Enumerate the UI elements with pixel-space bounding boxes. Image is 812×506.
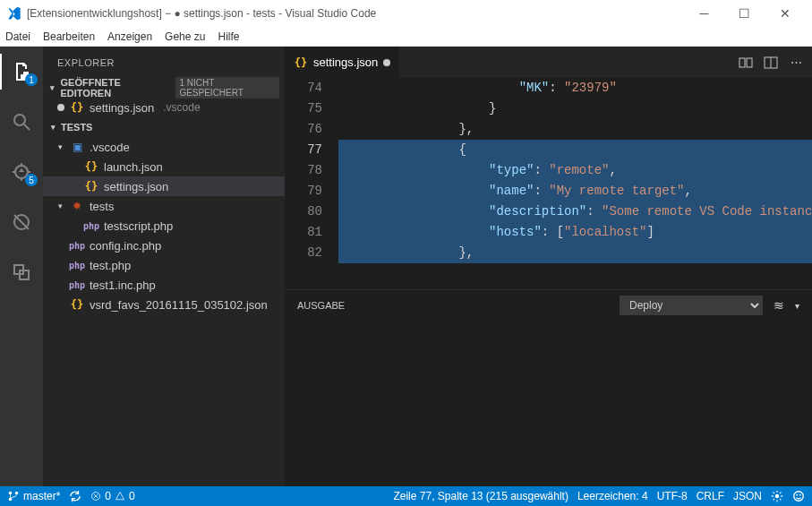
- status-language[interactable]: JSON: [733, 490, 762, 502]
- gear-icon: [771, 490, 783, 502]
- open-editor-entry[interactable]: {} settings.json .vscode: [43, 98, 285, 117]
- tree-file[interactable]: phptestscript.php: [43, 216, 285, 236]
- status-cursor-position[interactable]: Zeile 77, Spalte 13 (215 ausgewählt): [393, 490, 568, 502]
- line-number: 77: [285, 140, 322, 160]
- sync-icon: [69, 490, 81, 502]
- svg-point-0: [14, 115, 25, 125]
- tree-item-label: testscript.php: [104, 219, 173, 233]
- tree-file[interactable]: phpconfig.inc.php: [43, 236, 285, 255]
- json-icon: {}: [294, 56, 308, 70]
- open-editors-header[interactable]: ▾ GEÖFFNETE EDITOREN 1 NICHT GESPEICHERT: [43, 78, 285, 98]
- status-sync[interactable]: [69, 490, 81, 502]
- tree-item-label: test.php: [90, 259, 131, 272]
- status-eol[interactable]: CRLF: [697, 490, 724, 502]
- status-feedback-icon[interactable]: [792, 490, 805, 502]
- line-number: 76: [285, 119, 322, 140]
- compare-changes-icon[interactable]: [739, 56, 753, 70]
- open-editor-subdir: .vscode: [163, 101, 200, 114]
- activity-remote[interactable]: [0, 254, 43, 290]
- tree-file[interactable]: {}settings.json: [43, 176, 285, 196]
- svg-point-21: [775, 494, 779, 498]
- php-icon: php: [70, 238, 84, 253]
- bug-folder-icon: ✸: [70, 199, 84, 213]
- status-indentation[interactable]: Leerzeichen: 4: [577, 490, 648, 502]
- menu-view[interactable]: Anzeigen: [107, 30, 152, 43]
- menu-file[interactable]: Datei: [5, 30, 30, 43]
- php-icon: php: [70, 258, 84, 272]
- sidebar-title: EXPLORER: [43, 47, 285, 78]
- line-number: 79: [285, 181, 322, 202]
- tree-item-label: launch.json: [104, 160, 163, 174]
- json-icon: {}: [70, 100, 84, 115]
- code-editor[interactable]: 747576777879808182 "MK": "23979" } }, { …: [285, 78, 812, 289]
- output-channel-select[interactable]: Deploy: [620, 296, 763, 315]
- tree-folder[interactable]: ▾✸tests: [43, 196, 285, 216]
- search-icon: [11, 111, 32, 133]
- open-editors-label: GEÖFFNETE EDITOREN: [61, 77, 169, 99]
- status-git-branch[interactable]: master*: [7, 490, 60, 502]
- activity-search[interactable]: [0, 104, 43, 140]
- svg-line-1: [24, 124, 30, 130]
- minimize-button[interactable]: ─: [684, 0, 724, 27]
- php-icon: php: [70, 278, 84, 292]
- line-number-gutter: 747576777879808182: [285, 78, 338, 289]
- code-line[interactable]: "name": "My remote target",: [338, 181, 812, 202]
- svg-point-17: [15, 492, 19, 495]
- activity-explorer[interactable]: 1: [0, 54, 43, 90]
- menu-bar: Datei Bearbeiten Anzeigen Gehe zu Hilfe: [0, 27, 812, 47]
- tab-actions: ⋯: [730, 47, 812, 78]
- debug-badge: 5: [25, 174, 38, 186]
- code-line[interactable]: {: [338, 140, 812, 160]
- tree-file[interactable]: {}vsrd_favs_20161115_035102.json: [43, 295, 285, 314]
- output-panel-body[interactable]: [285, 321, 812, 486]
- chevron-down-icon: ▾: [48, 83, 57, 92]
- code-line[interactable]: }: [338, 99, 812, 119]
- code-line[interactable]: "description": "Some remote VS Code inst…: [338, 202, 812, 222]
- menu-help[interactable]: Hilfe: [218, 30, 239, 43]
- tree-item-label: settings.json: [104, 180, 168, 193]
- code-line[interactable]: },: [338, 119, 812, 140]
- tree-item-label: test1.inc.php: [90, 279, 156, 292]
- tree-folder[interactable]: ▾▣.vscode: [43, 137, 285, 157]
- file-tree: ▾▣.vscode{}launch.json{}settings.json▾✸t…: [43, 137, 285, 314]
- tab-label: settings.json: [313, 56, 378, 69]
- warning-icon: [115, 491, 125, 502]
- activity-debug[interactable]: 5: [0, 154, 43, 190]
- remote-icon: [11, 262, 32, 283]
- code-line[interactable]: "type": "remote",: [338, 160, 812, 181]
- window-title: [Extensionentwicklungshost] − ● settings…: [27, 7, 684, 20]
- tree-file[interactable]: phptest.php: [43, 255, 285, 275]
- line-number: 74: [285, 78, 322, 99]
- json-icon: {}: [84, 159, 98, 174]
- status-encoding[interactable]: UTF-8: [657, 490, 688, 502]
- clear-output-icon[interactable]: ≋: [774, 298, 784, 313]
- status-settings-icon[interactable]: [771, 490, 783, 502]
- code-line[interactable]: },: [338, 243, 812, 263]
- chevron-down-icon[interactable]: ▾: [795, 301, 799, 311]
- open-editor-name: settings.json: [90, 101, 154, 115]
- tab-settings-json[interactable]: {} settings.json: [285, 47, 400, 78]
- line-number: 82: [285, 243, 322, 263]
- code-line[interactable]: "MK": "23979": [338, 78, 812, 99]
- dirty-indicator-icon: [57, 104, 64, 111]
- workspace-header[interactable]: ▾ TESTS: [43, 117, 285, 137]
- code-content[interactable]: "MK": "23979" } }, { "type": "remote", "…: [338, 78, 812, 289]
- menu-goto[interactable]: Gehe zu: [165, 30, 205, 43]
- split-editor-icon[interactable]: [764, 56, 778, 70]
- panel-title: AUSGABE: [297, 300, 345, 311]
- svg-point-24: [799, 494, 801, 496]
- output-panel-header: AUSGABE Deploy ≋ ▾: [285, 289, 812, 321]
- more-actions-icon[interactable]: ⋯: [789, 56, 803, 70]
- tree-item-label: tests: [90, 200, 114, 213]
- chevron-down-icon: ▾: [48, 123, 57, 132]
- tree-file[interactable]: phptest1.inc.php: [43, 275, 285, 295]
- close-button[interactable]: ✕: [765, 0, 805, 27]
- tree-file[interactable]: {}launch.json: [43, 157, 285, 176]
- status-problems[interactable]: 0 0: [90, 490, 134, 502]
- maximize-button[interactable]: ☐: [724, 0, 765, 27]
- menu-edit[interactable]: Bearbeiten: [43, 30, 95, 43]
- json-icon: {}: [84, 179, 98, 193]
- activity-extensions[interactable]: [0, 204, 43, 240]
- code-line[interactable]: "hosts": ["localhost"]: [338, 222, 812, 243]
- smiley-icon: [792, 490, 805, 502]
